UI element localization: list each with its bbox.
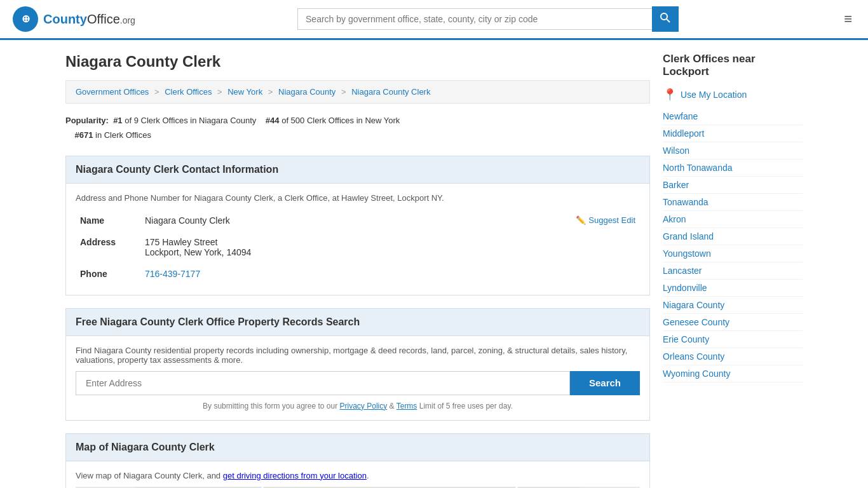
sidebar-title: Clerk Offices near Lockport xyxy=(663,53,803,78)
name-label: Name xyxy=(77,210,140,231)
rank-county: #1 xyxy=(113,116,122,125)
directions-link[interactable]: get driving directions from your locatio… xyxy=(223,471,367,480)
sidebar-link-lancaster[interactable]: Lancaster xyxy=(663,266,702,276)
svg-point-2 xyxy=(661,13,667,20)
property-section: Free Niagara County Clerk Office Propert… xyxy=(65,308,650,421)
list-item: Tonawanda xyxy=(663,194,803,211)
name-value: Niagara County Clerk ✏️ Suggest Edit xyxy=(142,210,639,231)
map-description: View map of Niagara County Clerk, and ge… xyxy=(76,471,640,480)
sidebar-link-newfane[interactable]: Newfane xyxy=(663,111,698,121)
suggest-edit-icon: ✏️ xyxy=(576,215,586,225)
table-row: Address 175 Hawley Street Lockport, New … xyxy=(77,232,639,262)
address-label: Address xyxy=(77,232,140,262)
list-item: Akron xyxy=(663,211,803,228)
svg-text:⊕: ⊕ xyxy=(22,13,30,24)
address-value: 175 Hawley Street Lockport, New York, 14… xyxy=(142,232,639,262)
rank-state: #44 xyxy=(266,116,280,125)
sidebar-link-akron[interactable]: Akron xyxy=(663,214,686,224)
contact-description: Address and Phone Number for Niagara Cou… xyxy=(76,193,640,203)
map-section: Map of Niagara County Clerk View map of … xyxy=(65,433,650,488)
phone-link[interactable]: 716-439-7177 xyxy=(145,269,200,279)
suggest-edit-link[interactable]: ✏️ Suggest Edit xyxy=(576,215,635,225)
label-state: of 500 Clerk Offices in New York xyxy=(281,116,400,125)
sidebar-link-middleport[interactable]: Middleport xyxy=(663,128,704,139)
sidebar-link-barker[interactable]: Barker xyxy=(663,180,689,190)
list-item: North Tonawanda xyxy=(663,159,803,177)
logo-text: CountyOffice.org xyxy=(43,12,135,27)
sidebar-link-erie-county[interactable]: Erie County xyxy=(663,334,709,344)
content-area: Niagara County Clerk Government Offices … xyxy=(65,53,650,488)
logo-area: ⊕ CountyOffice.org xyxy=(13,6,135,32)
logo-icon: ⊕ xyxy=(13,6,38,32)
breadcrumb-link-niagara-county[interactable]: Niagara County xyxy=(278,87,336,97)
contact-info-table: Name Niagara County Clerk ✏️ Suggest Edi… xyxy=(76,209,640,285)
list-item: Newfane xyxy=(663,108,803,125)
privacy-policy-link[interactable]: Privacy Policy xyxy=(340,402,388,410)
contact-section-content: Address and Phone Number for Niagara Cou… xyxy=(65,184,650,295)
page-title: Niagara County Clerk xyxy=(65,53,650,71)
phone-value: 716-439-7177 xyxy=(142,264,639,284)
property-description: Find Niagara County residential property… xyxy=(76,346,640,365)
sidebar-link-youngstown[interactable]: Youngstown xyxy=(663,248,711,259)
main-search-button[interactable] xyxy=(652,6,679,32)
list-item: Middleport xyxy=(663,125,803,142)
breadcrumb: Government Offices > Clerk Offices > New… xyxy=(65,80,650,104)
location-pin-icon: 📍 xyxy=(663,88,677,102)
label-county: of 9 Clerk Offices in Niagara County xyxy=(125,116,256,125)
sidebar-link-genesee-county[interactable]: Genesee County xyxy=(663,317,729,327)
list-item: Barker xyxy=(663,177,803,194)
sidebar-link-wyoming-county[interactable]: Wyoming County xyxy=(663,369,730,379)
breadcrumb-link-current[interactable]: Niagara County Clerk xyxy=(351,87,430,97)
list-item: Youngstown xyxy=(663,245,803,262)
map-section-content: View map of Niagara County Clerk, and ge… xyxy=(65,461,650,488)
menu-button[interactable]: ≡ xyxy=(841,8,855,30)
popularity-label: Popularity: xyxy=(65,116,109,125)
sidebar-link-grand-island[interactable]: Grand Island xyxy=(663,231,714,241)
sidebar-link-tonawanda[interactable]: Tonawanda xyxy=(663,197,709,207)
list-item: Orleans County xyxy=(663,348,803,365)
svg-line-3 xyxy=(667,19,670,22)
list-item: Wyoming County xyxy=(663,365,803,383)
table-row: Name Niagara County Clerk ✏️ Suggest Edi… xyxy=(77,210,639,231)
list-item: Niagara County xyxy=(663,297,803,314)
header: ⊕ CountyOffice.org ≡ xyxy=(0,0,868,40)
sidebar-link-north-tonawanda[interactable]: North Tonawanda xyxy=(663,163,732,173)
property-search-form: Search xyxy=(76,371,640,395)
property-section-content: Find Niagara County residential property… xyxy=(65,336,650,421)
main-search-input[interactable] xyxy=(297,8,652,30)
contact-section: Niagara County Clerk Contact Information… xyxy=(65,156,650,295)
list-item: Lyndonville xyxy=(663,280,803,297)
contact-section-header: Niagara County Clerk Contact Information xyxy=(65,156,650,184)
list-item: Grand Island xyxy=(663,228,803,245)
breadcrumb-link-new-york[interactable]: New York xyxy=(227,87,262,97)
main-search-area xyxy=(297,6,679,32)
main-container: Niagara County Clerk Government Offices … xyxy=(53,40,815,488)
property-section-header: Free Niagara County Clerk Office Propert… xyxy=(65,308,650,336)
breadcrumb-link-clerk-offices[interactable]: Clerk Offices xyxy=(165,87,212,97)
use-my-location-link[interactable]: 📍 Use My Location xyxy=(663,88,803,102)
terms-link[interactable]: Terms xyxy=(397,402,417,410)
list-item: Lancaster xyxy=(663,262,803,280)
property-search-button[interactable]: Search xyxy=(570,371,640,395)
phone-label: Phone xyxy=(77,264,140,284)
list-item: Erie County xyxy=(663,331,803,348)
sidebar: Clerk Offices near Lockport 📍 Use My Loc… xyxy=(663,53,803,488)
form-disclaimer: By submitting this form you agree to our… xyxy=(76,402,640,410)
sidebar-link-wilson[interactable]: Wilson xyxy=(663,146,689,156)
rank-all: #671 xyxy=(74,130,93,140)
breadcrumb-link-government-offices[interactable]: Government Offices xyxy=(76,87,149,97)
list-item: Wilson xyxy=(663,142,803,159)
map-section-header: Map of Niagara County Clerk xyxy=(65,433,650,461)
label-all: in Clerk Offices xyxy=(95,130,151,140)
sidebar-link-lyndonville[interactable]: Lyndonville xyxy=(663,283,707,293)
sidebar-link-orleans-county[interactable]: Orleans County xyxy=(663,351,724,362)
table-row: Phone 716-439-7177 xyxy=(77,264,639,284)
address-search-input[interactable] xyxy=(76,371,570,395)
list-item: Genesee County xyxy=(663,314,803,331)
popularity-section: Popularity: #1 of 9 Clerk Offices in Nia… xyxy=(65,113,650,143)
sidebar-links-list: Newfane Middleport Wilson North Tonawand… xyxy=(663,108,803,383)
sidebar-link-niagara-county[interactable]: Niagara County xyxy=(663,300,724,310)
